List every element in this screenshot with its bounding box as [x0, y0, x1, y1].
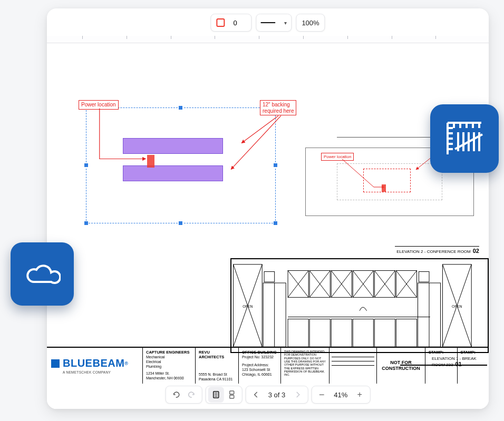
bottom-toolbar: 3 of 3 − 41% +	[166, 386, 371, 404]
not-for-construction: NOT FORCONSTRUCTION	[377, 348, 425, 384]
resize-handle[interactable]	[273, 221, 278, 226]
view-mode-group	[206, 386, 243, 404]
callout-backing[interactable]: 12" backingrequired here	[260, 100, 296, 115]
drawing-area[interactable]: Power location 12" backingrequired here	[47, 43, 489, 409]
display-outline	[363, 169, 411, 192]
svg-rect-32	[419, 271, 429, 282]
continuous-page-button[interactable]	[224, 387, 240, 403]
resize-handle[interactable]	[178, 105, 183, 110]
svg-rect-29	[353, 319, 373, 347]
svg-rect-31	[396, 319, 416, 347]
zoom-level: 41%	[329, 391, 352, 399]
resize-handle[interactable]	[84, 163, 89, 168]
svg-text:OPEN: OPEN	[243, 305, 253, 308]
page-indicator: 3 of 3	[264, 391, 290, 399]
rectangle-tool-button[interactable]	[211, 18, 230, 27]
engineers-cell: CAPTURE ENGINEERS Mechanical Electrical …	[143, 348, 196, 384]
zoom-in-button[interactable]: +	[352, 387, 367, 403]
elevation-1: OPEN OPEN	[230, 258, 489, 353]
zoom-display[interactable]: 100%	[296, 14, 325, 32]
cloud-icon	[24, 261, 61, 287]
undo-button[interactable]	[168, 387, 184, 403]
svg-rect-45	[230, 395, 234, 398]
single-page-button[interactable]	[208, 387, 224, 403]
canvas[interactable]: Power location 12" backingrequired here	[47, 11, 489, 409]
architects-cell: REVU ARCHITECTS 5555 N. Broad St Pasaden…	[196, 348, 239, 384]
redo-button[interactable]	[184, 387, 200, 403]
svg-rect-28	[331, 319, 352, 347]
zoom-group: − 41% +	[311, 386, 370, 404]
svg-rect-27	[309, 319, 330, 347]
resize-handle[interactable]	[84, 221, 89, 226]
title-block: BLUEBEAM® A NEMETSCHEK COMPANY CAPTURE E…	[47, 347, 489, 384]
callout-power-2[interactable]: Power location	[321, 153, 354, 161]
bluebeam-logo: BLUEBEAM®	[51, 357, 138, 369]
project-cell: OFFICE BUILDING Project No: 323232 Proje…	[239, 348, 281, 384]
history-group	[166, 386, 202, 404]
logo-cell: BLUEBEAM® A NEMETSCHEK COMPANY	[47, 348, 143, 384]
rectangle-icon	[216, 18, 225, 27]
stamp-cell-1: STAMP:	[425, 348, 458, 384]
svg-text:OPEN: OPEN	[452, 305, 462, 308]
page-nav-group: 3 of 3	[246, 386, 308, 404]
svg-rect-26	[288, 319, 308, 347]
app-window: ▾ 100%	[47, 8, 489, 409]
zoom-value: 100%	[302, 19, 319, 27]
cloud-badge	[11, 242, 74, 306]
zoom-out-button[interactable]: −	[314, 387, 329, 403]
power-marker	[382, 184, 386, 192]
next-page-button[interactable]	[289, 387, 305, 403]
svg-rect-4	[264, 271, 275, 282]
solid-line-icon	[256, 20, 279, 25]
power-marker[interactable]	[147, 155, 154, 168]
resize-handle[interactable]	[273, 163, 278, 168]
resize-handle[interactable]	[178, 221, 183, 226]
callout-power-location[interactable]: Power location	[79, 100, 119, 110]
top-toolbar: ▾ 100%	[210, 14, 325, 32]
ruler-horizontal	[47, 36, 489, 43]
line-width-input[interactable]	[230, 19, 251, 27]
svg-rect-44	[230, 391, 234, 394]
shelf-annotation[interactable]	[123, 138, 223, 154]
revision-cell	[329, 348, 377, 384]
legal-cell: THIS DRAWING IS INTENDED FOR DEMONSTRATI…	[281, 348, 329, 384]
shape-tool-pill	[210, 14, 251, 32]
shelf-annotation[interactable]	[123, 165, 223, 181]
chevron-down-icon: ▾	[279, 20, 291, 26]
grid-badge	[430, 104, 499, 173]
elevation-2-caption: ELEVATION 2 - CONFERENCE ROOM02	[396, 248, 479, 254]
stamp-cell-2: STAMP:	[458, 348, 489, 384]
line-style-pill[interactable]: ▾	[256, 14, 292, 32]
tally-grid-icon	[442, 116, 487, 161]
svg-rect-30	[374, 319, 395, 347]
prev-page-button[interactable]	[248, 387, 264, 403]
